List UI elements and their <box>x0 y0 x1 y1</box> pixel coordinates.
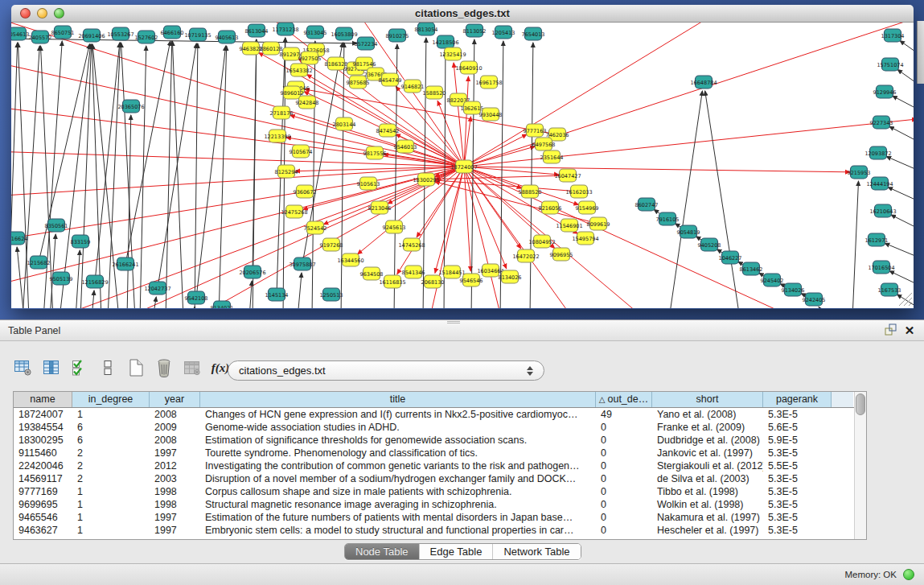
graph-node[interactable]: 9405208 <box>698 238 721 251</box>
graph-node[interactable]: 9546013 <box>394 140 417 153</box>
table-row[interactable]: 1872400712008Changes of HCN gene express… <box>14 408 866 421</box>
graph-node[interactable]: 9542108 <box>185 291 208 304</box>
resize-grip-icon[interactable] <box>899 293 912 306</box>
graph-node[interactable]: 9105674 <box>290 145 313 158</box>
graph-node[interactable]: 9134026 <box>782 283 805 296</box>
table-row[interactable]: 1830029562008Estimation of significance … <box>14 434 866 447</box>
graph-node[interactable]: 9313045 <box>304 26 327 39</box>
graph-node[interactable]: 9146821 <box>401 80 425 93</box>
tab-node-table[interactable]: Node Table <box>345 544 419 559</box>
graph-node[interactable]: 20365076 <box>117 100 144 113</box>
graph-node[interactable]: 2068130 <box>421 275 445 288</box>
graph-node[interactable]: 8613044 <box>245 24 269 37</box>
graph-node[interactable]: 12093872 <box>864 146 891 159</box>
graph-node[interactable]: 1046227 <box>719 251 742 264</box>
table-row[interactable]: 1456911722003Disruption of a novel membe… <box>14 472 866 485</box>
graph-node[interactable]: 9215953 <box>848 166 871 179</box>
column-header-pagerank[interactable]: pagerank <box>763 392 832 407</box>
graph-node[interactable]: 1250513 <box>320 288 343 301</box>
graph-node[interactable]: 8602747 <box>635 198 659 211</box>
column-header-short[interactable]: short <box>652 392 763 407</box>
graph-node[interactable]: 9054613 <box>11 27 29 40</box>
graph-node[interactable]: 8650751 <box>51 26 75 39</box>
graph-node[interactable]: 8910275 <box>386 29 409 42</box>
scrollbar-thumb[interactable] <box>856 393 865 415</box>
graph-node[interactable]: 1215682 <box>27 256 51 269</box>
minimize-window-button[interactable] <box>37 8 47 19</box>
graph-node[interactable]: 2351644 <box>540 150 564 163</box>
graph-node[interactable]: 16047427 <box>554 169 581 182</box>
graph-node[interactable]: 2405572 <box>29 31 52 43</box>
close-window-button[interactable] <box>20 8 31 19</box>
graph-node[interactable]: 1317304 <box>881 29 905 42</box>
table-row[interactable]: 1938455462009Genome-wide association stu… <box>14 421 866 434</box>
graph-node[interactable]: 8216056 <box>539 201 562 214</box>
graph-node[interactable]: 1145134 <box>265 288 289 301</box>
column-header-in_degree[interactable]: in_degree <box>72 392 150 407</box>
graph-node[interactable]: 8613462 <box>740 262 763 275</box>
table-selector-dropdown[interactable]: citations_edges.txt <box>228 360 544 381</box>
table-row[interactable]: 969969511998Structural magnetic resonanc… <box>14 498 866 511</box>
graph-node[interactable]: 16961758 <box>475 76 502 89</box>
graph-node[interactable]: 8350561 <box>45 219 68 232</box>
table-row[interactable]: 977716911998Corpus callosum shape and si… <box>14 485 866 498</box>
graph-node[interactable]: 9777163 <box>524 124 547 137</box>
graph-node[interactable]: 9154969 <box>576 201 599 214</box>
graph-node[interactable]: 9546546 <box>460 274 483 286</box>
graph-node[interactable]: 7524542 <box>304 221 327 234</box>
graph-node[interactable]: 9360672 <box>294 185 317 198</box>
graph-node[interactable]: 8572234 <box>355 37 378 50</box>
graph-node[interactable]: 8099619 <box>587 217 610 230</box>
column-header-out_de[interactable]: △out_de… <box>596 392 652 407</box>
graph-node[interactable]: 7654013 <box>522 27 545 40</box>
column-header-title[interactable]: title <box>200 392 596 407</box>
graph-node[interactable]: 11546901 <box>556 219 582 232</box>
graph-node[interactable]: 1588520 <box>423 86 446 99</box>
graph-node[interactable]: 9505139 <box>50 272 73 285</box>
graph-node[interactable]: 9405613 <box>216 31 239 43</box>
graph-node[interactable]: 26166241 <box>112 257 138 270</box>
graph-node[interactable]: 8813054 <box>415 23 438 35</box>
new-table-button[interactable] <box>124 356 148 379</box>
graph-node[interactable]: 1167533 <box>878 283 901 296</box>
show-columns-button[interactable] <box>39 356 64 379</box>
graph-node[interactable]: 8213046 <box>368 201 392 214</box>
merge-rows-button[interactable] <box>96 356 120 379</box>
graph-node[interactable]: 1527602 <box>135 31 158 43</box>
column-header-name[interactable]: name <box>14 392 72 407</box>
graph-node[interactable]: 8113052 <box>463 24 487 37</box>
graph-node[interactable]: 16053809 <box>331 27 357 40</box>
graph-node[interactable]: 9930448 <box>479 108 503 121</box>
graph-node[interactable]: 2718176 <box>270 106 294 119</box>
graph-node[interactable]: 15751074 <box>877 58 903 71</box>
graph-node[interactable]: 9875685 <box>347 76 370 89</box>
graph-node[interactable]: 9242405 <box>803 293 826 306</box>
graph-node[interactable]: 5888520 <box>519 185 542 198</box>
graph-node[interactable]: 14745268 <box>398 238 425 251</box>
graph-node[interactable]: 9197268 <box>320 238 343 251</box>
graph-node[interactable]: 12156829 <box>81 275 108 288</box>
graph-node[interactable]: 9096955 <box>550 248 573 261</box>
graph-node[interactable]: 6497568 <box>532 138 556 150</box>
graph-node[interactable]: 9129946 <box>873 85 897 98</box>
delete-table-button[interactable] <box>152 356 176 379</box>
graph-node[interactable]: 2803144 <box>333 117 356 130</box>
network-canvas[interactable]: 9054613240557286507512069140610553267152… <box>11 23 914 308</box>
graph-node[interactable]: 9105613 <box>357 177 380 190</box>
graph-node[interactable]: 14218506 <box>432 35 458 48</box>
graph-node[interactable]: 10553267 <box>107 27 133 40</box>
graph-node[interactable]: 9817556 <box>363 146 387 159</box>
graph-node[interactable]: 9054819 <box>677 225 700 238</box>
table-row[interactable]: 2242004622012Investigating the contribut… <box>14 459 866 472</box>
close-panel-button[interactable]: ✕ <box>901 323 918 338</box>
vertical-scrollbar[interactable] <box>854 392 866 539</box>
tab-network-table[interactable]: Network Table <box>492 544 580 559</box>
table-row[interactable]: 946362711997Embryonic stem cells: a mode… <box>14 524 866 537</box>
graph-node[interactable]: 833159 <box>71 235 91 248</box>
graph-node[interactable]: 8134026 <box>499 270 522 283</box>
graph-node[interactable]: 20206576 <box>239 266 265 278</box>
network-graph[interactable]: 9054613240557286507512069140610553267152… <box>11 23 914 308</box>
graph-node[interactable]: 15495794 <box>572 232 598 245</box>
splitter-handle[interactable] <box>447 320 460 324</box>
graph-node[interactable]: 9927505 <box>298 51 322 64</box>
